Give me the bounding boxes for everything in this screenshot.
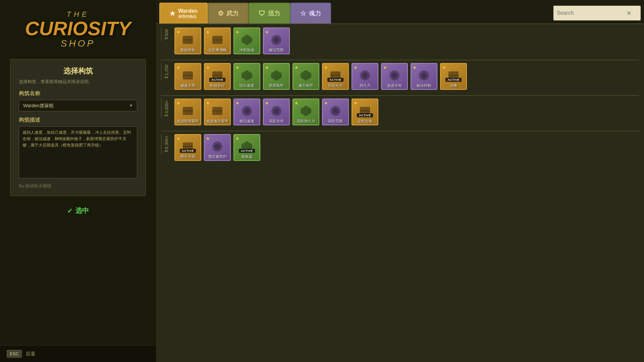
- item-card-基础弹夹[interactable]: ★ 基础弹夹: [174, 27, 201, 54]
- select-button[interactable]: 选中: [67, 206, 89, 215]
- item-bg-icon: [238, 67, 255, 84]
- build-name-select[interactable]: Warden摆屎棍: [19, 100, 137, 111]
- item-bg-icon: [209, 138, 226, 155]
- tab-mouli-label: 魂力: [309, 9, 321, 17]
- item-card-近距离增幅[interactable]: ★ 近距离增幅: [204, 27, 231, 54]
- svg-marker-4: [241, 35, 252, 45]
- item-active-badge: ACTIVE: [327, 78, 343, 82]
- item-card-刷新器[interactable]: ★ ACTIVE刷新器: [233, 134, 260, 161]
- item-card-持久力[interactable]: ★ 持久力: [352, 63, 378, 90]
- item-active-badge: ACTIVE: [357, 113, 373, 117]
- item-active-badge: ACTIVE: [209, 78, 225, 82]
- item-label: 预言家防护: [208, 155, 227, 159]
- svg-point-31: [274, 108, 279, 114]
- item-bg-icon: [268, 67, 285, 84]
- price-label-2: $3,000+: [161, 99, 171, 118]
- item-bg-icon: [386, 67, 403, 84]
- item-card-秘法减速[interactable]: ★ 秘法减速: [233, 99, 260, 125]
- item-card-防弹装甲[interactable]: ★ 防弹装甲: [263, 63, 290, 90]
- item-card-冲刺加成[interactable]: ★ 冲刺加成: [233, 27, 260, 54]
- item-card-势不可挡[interactable]: ★ ACTIVE势不可挡: [174, 134, 201, 161]
- price-label-0: $500: [161, 27, 171, 41]
- price-row-separator: [161, 60, 639, 60]
- item-label: 改进防弹装甲: [177, 119, 199, 123]
- item-card-归还火力[interactable]: ★ ACTIVE归还火力: [322, 63, 349, 90]
- item-card-定时击倒[interactable]: ★ ACTIVE定时击倒: [352, 99, 378, 125]
- price-label-3: $6,300+: [161, 134, 171, 154]
- item-bg-icon: [209, 32, 226, 48]
- item-card-改进冷却[interactable]: ★ 改进冷却: [381, 63, 408, 90]
- item-label: 定时击倒: [358, 119, 372, 123]
- build-name-select-wrapper[interactable]: Warden摆屎棍: [19, 100, 137, 111]
- side-card-subtitle: 选择构筑，查看推荐物品并阅读说明。: [19, 79, 137, 85]
- build-name-label: 构筑名称: [19, 90, 137, 97]
- item-card-改进魂力装甲[interactable]: ★ 改进魂力装甲: [204, 99, 231, 125]
- logo-curiosity: CURIOSITY: [13, 19, 143, 38]
- item-card-改进防弹装甲[interactable]: ★ 改进防弹装甲: [174, 99, 201, 125]
- svg-point-17: [362, 73, 368, 78]
- select-btn-label: 选中: [75, 206, 89, 215]
- tab-warden[interactable]: ★ Warden 推荐的物品: [159, 3, 208, 23]
- price-row-2: $3,000+★ 改进防弹装甲★ 改进魂力装甲★ 秘法减速★ 高阶冷却★ 高阶持…: [161, 99, 639, 125]
- esc-key[interactable]: ESC: [7, 350, 22, 358]
- item-label: 势不可挡: [180, 155, 195, 159]
- item-bg-icon: [179, 103, 196, 119]
- esc-label: 后退: [26, 351, 35, 357]
- items-row-1: ★ 减速子弹★ ACTIVE机动步行★ 恒久速度★ 防弹装甲★ 魂力装甲★ AC…: [174, 63, 639, 90]
- item-card-减速子弹[interactable]: ★ 减速子弹: [174, 63, 201, 90]
- item-label: 近距离增幅: [208, 48, 227, 52]
- svg-point-19: [392, 73, 397, 78]
- item-bg-icon: [179, 32, 196, 48]
- item-bg-icon: [268, 103, 285, 119]
- svg-point-40: [215, 144, 220, 149]
- svg-marker-13: [301, 70, 311, 81]
- star-outline-icon: ☆: [300, 9, 306, 17]
- svg-point-34: [333, 108, 338, 114]
- svg-marker-12: [271, 70, 282, 81]
- items-row-0: ★ 基础弹夹★ 近距离增幅★ 冲刺加成★ 秘法范围: [174, 27, 639, 54]
- item-card-冷锋[interactable]: ★ ACTIVE冷锋: [440, 63, 467, 90]
- item-card-预言家防护[interactable]: ★ 预言家防护: [204, 134, 231, 161]
- price-row-1: $1,250★ 减速子弹★ ACTIVE机动步行★ 恒久速度★ 防弹装甲★ 魂力…: [161, 63, 639, 90]
- tab-huoli[interactable]: 🛡 活力: [249, 3, 290, 23]
- item-card-魂力装甲[interactable]: ★ 魂力装甲: [292, 63, 319, 90]
- item-label: 持久力: [360, 83, 371, 88]
- item-card-机动步行[interactable]: ★ ACTIVE机动步行: [204, 63, 231, 90]
- item-bg-icon: [179, 67, 196, 84]
- svg-point-6: [274, 37, 279, 43]
- item-card-秘法抑制[interactable]: ★ 秘法抑制: [411, 63, 437, 90]
- item-bg-icon: [268, 32, 285, 48]
- item-card-高阶范围[interactable]: ★ 高阶范围: [322, 99, 349, 125]
- tab-warden-sub: 推荐的物品: [178, 14, 198, 19]
- tab-mouli[interactable]: ☆ 魂力: [290, 3, 331, 23]
- side-card: 选择构筑 选择构筑，查看推荐物品并阅读说明。 构筑名称 Warden摆屎棍 构筑…: [10, 59, 146, 196]
- left-panel: THE CURIOSITY SHOP 选择构筑 选择构筑，查看推荐物品并阅读说明…: [0, 0, 156, 362]
- price-row-separator: [161, 95, 639, 96]
- search-input[interactable]: [557, 10, 624, 16]
- item-bg-icon: [298, 103, 314, 119]
- right-panel: ★ Warden 推荐的物品 ⚙ 武力 🛡 活力 ☆ 魂力 ✕ $500★ 基础…: [156, 0, 644, 362]
- items-area: $500★ 基础弹夹★ 近距离增幅★ 冲刺加成★ 秘法范围$1,250★ 减速子…: [156, 24, 644, 362]
- item-card-恒久速度[interactable]: ★ 恒久速度: [233, 63, 260, 90]
- item-bg-icon: [209, 103, 226, 119]
- item-label: 改进冷却: [387, 83, 402, 88]
- build-desc-textarea[interactable]: [19, 126, 137, 178]
- logo-area: THE CURIOSITY SHOP: [0, 0, 156, 56]
- item-label: 恒久速度: [239, 83, 254, 88]
- tab-wuli[interactable]: ⚙ 武力: [208, 3, 249, 23]
- search-clear-icon[interactable]: ✕: [627, 10, 631, 16]
- svg-marker-11: [241, 70, 252, 81]
- price-row-0: $500★ 基础弹夹★ 近距离增幅★ 冲刺加成★ 秘法范围: [161, 27, 639, 54]
- item-bg-icon: [298, 67, 314, 84]
- item-bg-icon: [327, 103, 344, 119]
- esc-bar: ESC 后退: [0, 345, 156, 362]
- item-label: 秘法减速: [239, 119, 254, 123]
- item-label: 防弹装甲: [269, 83, 284, 88]
- item-card-高阶冷却[interactable]: ★ 高阶冷却: [263, 99, 290, 125]
- search-box[interactable]: ✕: [553, 6, 641, 20]
- tabs-bar: ★ Warden 推荐的物品 ⚙ 武力 🛡 活力 ☆ 魂力 ✕: [156, 0, 644, 24]
- item-card-秘法范围[interactable]: ★ 秘法范围: [263, 27, 290, 54]
- author-line: By:脉动味水蜜桃: [19, 183, 137, 189]
- gear-icon: ⚙: [218, 9, 224, 17]
- item-card-高阶持久力[interactable]: ★ 高阶持久力: [292, 99, 319, 125]
